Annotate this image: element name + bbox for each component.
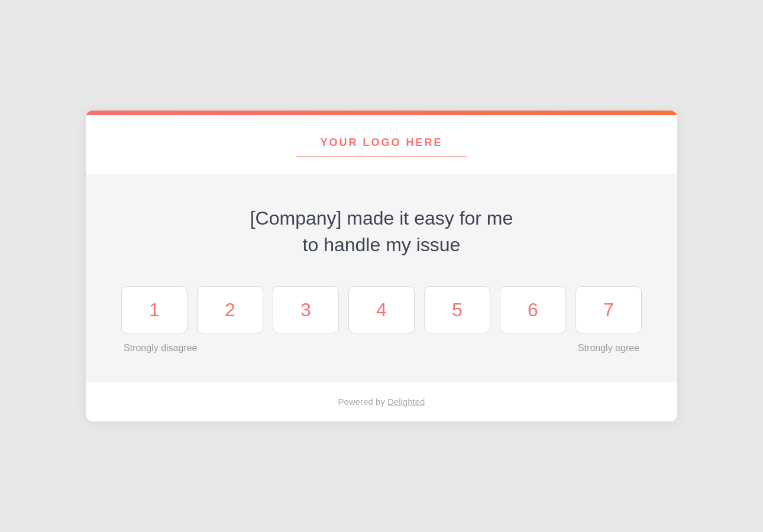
card-header: YOUR LOGO HERE [86,115,677,174]
logo-text: YOUR LOGO HERE [320,137,442,148]
label-strongly-disagree: Strongly disagree [124,343,198,353]
question-text: [Company] made it easy for me to handle … [121,205,642,258]
accent-bar [86,111,677,115]
scale-labels: Strongly disagree Strongly agree [121,343,642,353]
scale-btn-2[interactable]: 2 [197,286,263,333]
powered-by-link[interactable]: Delighted [387,397,425,407]
scale-buttons: 1 2 3 4 5 6 7 [121,286,642,333]
scale-btn-5[interactable]: 5 [424,286,490,333]
scale-btn-1[interactable]: 1 [121,286,187,333]
scale-container: 1 2 3 4 5 6 7 Strongly disagree Strongly… [121,286,642,353]
logo-area: YOUR LOGO HERE [296,137,466,157]
scale-btn-3[interactable]: 3 [273,286,339,333]
card-body: [Company] made it easy for me to handle … [86,174,677,382]
scale-btn-4[interactable]: 4 [348,286,415,333]
survey-card: YOUR LOGO HERE [Company] made it easy fo… [86,111,677,422]
label-strongly-agree: Strongly agree [578,343,639,353]
powered-by-text: Powered by [338,397,387,407]
scale-btn-6[interactable]: 6 [500,286,566,333]
question-line2: to handle my issue [303,234,461,255]
question-line1: [Company] made it easy for me [250,207,513,229]
powered-by: Powered by Delighted [338,397,425,407]
card-footer: Powered by Delighted [86,382,677,421]
scale-btn-7[interactable]: 7 [576,286,642,333]
